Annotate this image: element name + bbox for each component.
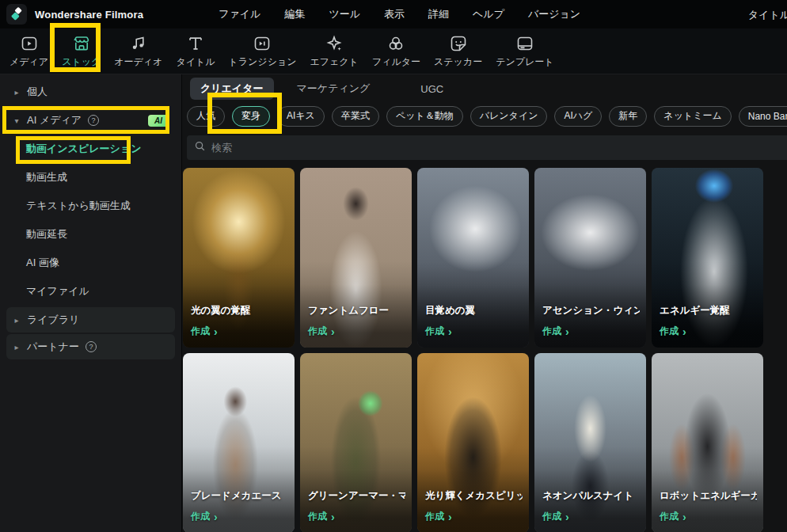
- card-shining-mecha-spirit[interactable]: 光り輝くメカスピリット 作成 ›: [417, 353, 529, 532]
- toolbar-tab-label: トランジション: [229, 55, 297, 69]
- templates-icon: [515, 34, 534, 53]
- title-icon: [186, 34, 205, 53]
- chip-graduation[interactable]: 卒業式: [332, 106, 379, 127]
- card-neon-pulse-knight[interactable]: ネオンパルスナイト 作成 ›: [534, 353, 646, 532]
- filter-chips: 人気 変身 AIキス 卒業式 ペット＆動物 バレンタイン AIハグ 新年 ネット…: [187, 105, 787, 127]
- menu-view[interactable]: 表示: [384, 7, 405, 21]
- help-icon[interactable]: ?: [86, 341, 97, 352]
- toolbar-tab-templates[interactable]: テンプレート: [496, 34, 553, 69]
- create-label: 作成: [308, 510, 327, 523]
- sidebar-item-ai-media[interactable]: ▾ AI メディア ? AI: [0, 106, 181, 135]
- toolbar-tab-label: エフェクト: [310, 55, 358, 69]
- menubar-right-label: タイトル: [748, 8, 787, 22]
- card-phantom-flow[interactable]: ファントムフロー 作成 ›: [300, 168, 412, 348]
- card-awakening-wings[interactable]: 目覚めの翼 作成 ›: [417, 168, 529, 348]
- create-link[interactable]: 作成 ›: [542, 325, 640, 338]
- create-link[interactable]: 作成 ›: [660, 325, 757, 338]
- toolbar-tab-title[interactable]: タイトル: [176, 34, 215, 69]
- chip-new-year[interactable]: 新年: [609, 106, 647, 127]
- chevron-right-icon: ›: [214, 328, 218, 336]
- sidebar: ▸ 個人 ▾ AI メディア ? AI 動画インスピレーション 動画生成 テキス…: [0, 74, 182, 532]
- toolbar-tab-filters[interactable]: フィルター: [372, 34, 420, 69]
- create-link[interactable]: 作成 ›: [425, 325, 523, 338]
- create-link[interactable]: 作成 ›: [308, 510, 405, 523]
- toolbar-tab-audio[interactable]: オーディオ: [114, 34, 162, 69]
- card-title: エネルギー覚醒: [660, 304, 757, 317]
- sidebar-item-video-inspiration[interactable]: 動画インスピレーション: [0, 135, 181, 163]
- create-link[interactable]: 作成 ›: [191, 510, 288, 523]
- chip-nano-banana-pro[interactable]: Nano Banana Pro: [739, 106, 787, 127]
- chip-pets-animals[interactable]: ペット＆動物: [386, 106, 463, 127]
- chevron-right-icon: ›: [682, 513, 686, 521]
- card-energy-awakening[interactable]: エネルギー覚醒 作成 ›: [652, 168, 763, 348]
- chip-valentine[interactable]: バレンタイン: [470, 106, 548, 127]
- toolbar-tab-media[interactable]: メディア: [10, 34, 48, 69]
- menu-tools[interactable]: ツール: [329, 7, 360, 21]
- toolbar-tab-effects[interactable]: エフェクト: [310, 34, 358, 69]
- sidebar-item-label: 動画延長: [26, 227, 67, 241]
- sidebar-item-personal[interactable]: ▸ 個人: [0, 78, 181, 106]
- sidebar-item-text-to-video[interactable]: テキストから動画生成: [0, 192, 181, 220]
- workspace: ▸ 個人 ▾ AI メディア ? AI 動画インスピレーション 動画生成 テキス…: [0, 74, 787, 532]
- search-bar: [187, 135, 787, 160]
- menu-help[interactable]: ヘルプ: [473, 7, 504, 21]
- tab-ugc[interactable]: UGC: [410, 79, 454, 99]
- transition-icon: [253, 34, 272, 53]
- card-green-armor-marvel[interactable]: グリーンアーマー・マーベ... 作成 ›: [300, 353, 412, 532]
- chip-popular[interactable]: 人気: [187, 106, 225, 127]
- toolbar-tab-stock[interactable]: ストック: [62, 34, 101, 69]
- chip-transformation[interactable]: 変身: [232, 106, 270, 127]
- sidebar-item-video-generation[interactable]: 動画生成: [0, 163, 181, 192]
- sidebar-item-label: AI 画像: [26, 256, 59, 270]
- chevron-right-icon: ›: [682, 328, 686, 336]
- toolbar-tab-label: ストック: [62, 55, 101, 69]
- chevron-right-icon: ▸: [11, 343, 22, 352]
- sidebar-item-ai-image[interactable]: AI 画像: [0, 249, 181, 277]
- create-link[interactable]: 作成 ›: [308, 325, 405, 338]
- create-link[interactable]: 作成 ›: [542, 510, 640, 523]
- search-icon: [194, 140, 206, 155]
- toolbar-tab-stickers[interactable]: ステッカー: [434, 34, 482, 69]
- card-light-wings-awakening[interactable]: 光の翼の覚醒 作成 ›: [183, 168, 295, 348]
- chip-ai-kiss[interactable]: AIキス: [277, 106, 325, 127]
- sidebar-item-partner[interactable]: ▸ パートナー ?: [6, 334, 175, 359]
- chevron-right-icon: ›: [331, 513, 335, 521]
- card-title: アセンション・ウィングス: [542, 304, 640, 317]
- tab-marketing[interactable]: マーケティング: [287, 78, 381, 100]
- create-link[interactable]: 作成 ›: [425, 510, 523, 523]
- tab-creator[interactable]: クリエイター: [190, 78, 274, 100]
- ai-badge: AI: [148, 115, 169, 127]
- card-title: ブレードメカエース: [191, 489, 288, 503]
- search-input[interactable]: [211, 142, 787, 154]
- create-label: 作成: [660, 325, 679, 338]
- chevron-right-icon: ›: [214, 513, 218, 521]
- create-link[interactable]: 作成 ›: [191, 325, 288, 338]
- sidebar-item-video-extension[interactable]: 動画延長: [0, 220, 181, 249]
- menu-version[interactable]: バージョン: [528, 7, 580, 21]
- chevron-right-icon: ›: [565, 513, 569, 521]
- chip-ai-hug[interactable]: AIハグ: [554, 106, 602, 127]
- card-blade-mecha-ace[interactable]: ブレードメカエース 作成 ›: [183, 353, 295, 532]
- card-title: 光り輝くメカスピリット: [425, 489, 523, 503]
- menu-file[interactable]: ファイル: [219, 7, 260, 21]
- sidebar-item-library[interactable]: ▸ ライブラリ: [6, 307, 175, 332]
- toolbar-tab-transition[interactable]: トランジション: [229, 34, 297, 69]
- menu-details[interactable]: 詳細: [428, 7, 449, 21]
- menu-edit[interactable]: 編集: [284, 7, 305, 21]
- chevron-right-icon: ▸: [11, 88, 22, 97]
- chevron-down-icon: ▾: [11, 116, 22, 125]
- toolbar-tab-label: フィルター: [372, 55, 420, 69]
- create-link[interactable]: 作成 ›: [660, 510, 757, 523]
- sidebar-item-label: パートナー: [27, 340, 79, 354]
- stickers-icon: [449, 34, 468, 53]
- app-title: Wondershare Filmora: [35, 9, 143, 21]
- chip-meme[interactable]: ネットミーム: [654, 106, 731, 127]
- help-icon[interactable]: ?: [88, 115, 99, 126]
- create-label: 作成: [660, 510, 679, 523]
- card-title: ロボットエネルギーガー...: [660, 489, 757, 503]
- sidebar-item-my-files[interactable]: マイファイル: [0, 277, 181, 306]
- card-robot-energy-guard[interactable]: ロボットエネルギーガー... 作成 ›: [652, 353, 763, 532]
- sidebar-item-label: AI メディア: [27, 113, 82, 127]
- card-ascension-wings[interactable]: アセンション・ウィングス 作成 ›: [534, 168, 646, 348]
- card-title: 目覚めの翼: [425, 304, 523, 317]
